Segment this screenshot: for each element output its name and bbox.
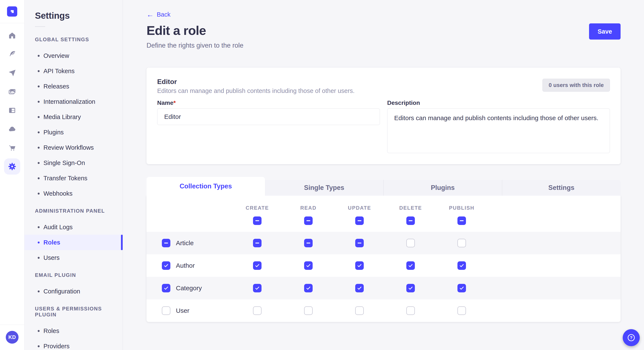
sidebar-item-0-plugins[interactable]: Plugins (24, 125, 123, 140)
settings-gear-icon[interactable] (6, 161, 18, 173)
sidebar-item-0-webhooks[interactable]: Webhooks (24, 186, 123, 201)
permission-column-headers: CREATEREADUPDATEDELETEPUBLISH (146, 196, 620, 211)
sidebar-item-0-media-library[interactable]: Media Library (24, 109, 123, 125)
select-all-cell (385, 216, 436, 225)
permission-checkbox-author-delete[interactable] (406, 261, 415, 270)
select-all-checkbox-delete[interactable] (406, 216, 415, 225)
permissions-panel: CREATEREADUPDATEDELETEPUBLISH ArticleAut… (146, 196, 620, 322)
permission-row-head: Article (146, 239, 232, 247)
sidebar-section-email-plugin: EMAIL PLUGINConfiguration (24, 272, 123, 299)
permission-checkbox-article-update[interactable] (355, 239, 364, 247)
shopping-cart-icon[interactable] (6, 142, 18, 154)
check-icon (254, 285, 260, 291)
tab-collection-types[interactable]: Collection Types (146, 177, 265, 196)
select-all-checkbox-read[interactable] (304, 216, 313, 225)
description-field-group: Description Editors can manage and publi… (387, 100, 610, 154)
sidebar-title: Settings (35, 11, 123, 21)
permission-checkbox-category-read[interactable] (304, 284, 313, 292)
rail-bottom: KD (0, 325, 24, 350)
permission-cell (283, 239, 334, 247)
tab-plugins[interactable]: Plugins (383, 180, 502, 196)
tab-settings[interactable]: Settings (502, 180, 620, 196)
permission-checkbox-category-create[interactable] (253, 284, 262, 292)
sidebar-item-0-review-workflows[interactable]: Review Workflows (24, 140, 123, 155)
permission-checkbox-article-delete[interactable] (406, 239, 415, 247)
permission-checkbox-author-update[interactable] (355, 261, 364, 270)
permission-checkbox-category-delete[interactable] (406, 284, 415, 292)
row-checkbox-user[interactable] (162, 306, 170, 315)
bullet-icon (38, 116, 40, 118)
bullet-icon (38, 242, 40, 243)
home-icon[interactable] (6, 29, 18, 41)
permission-checkbox-article-create[interactable] (253, 239, 262, 247)
permission-row-head: Author (146, 261, 232, 270)
help-button[interactable]: ? (623, 329, 640, 346)
sidebar-item-label: Transfer Tokens (44, 175, 87, 182)
permission-cell (334, 239, 385, 247)
sidebar-item-3-roles[interactable]: Roles (24, 323, 123, 339)
select-all-checkbox-update[interactable] (355, 216, 364, 225)
back-label: Back (157, 11, 170, 18)
sidebar-item-0-overview[interactable]: Overview (24, 48, 123, 63)
sidebar-item-1-roles[interactable]: Roles (24, 235, 123, 250)
sidebar-item-0-releases[interactable]: Releases (24, 79, 123, 94)
bullet-icon (38, 291, 40, 292)
avatar[interactable]: KD (6, 331, 18, 344)
indeterminate-dash-icon (460, 220, 464, 221)
back-link[interactable]: ← Back (146, 11, 170, 18)
permission-cell (385, 261, 436, 270)
feather-icon[interactable] (6, 48, 18, 60)
media-pictures-icon[interactable] (6, 86, 18, 98)
permission-cell (436, 306, 487, 315)
rail-icons (6, 29, 18, 173)
sidebar-item-0-single-sign-on[interactable]: Single Sign-On (24, 155, 123, 171)
sidebar-item-0-api-tokens[interactable]: API Tokens (24, 63, 123, 79)
strapi-logo[interactable] (7, 6, 17, 16)
tab-label: Settings (548, 184, 574, 191)
cloud-icon[interactable] (6, 123, 18, 135)
permission-checkbox-author-publish[interactable] (458, 261, 466, 270)
main-content: ← Back Edit a role Save Define the right… (123, 0, 644, 350)
permission-row-user: User (146, 299, 620, 322)
tab-single-types[interactable]: Single Types (265, 180, 383, 196)
paper-plane-icon[interactable] (6, 67, 18, 79)
permission-checkbox-author-create[interactable] (253, 261, 262, 270)
select-all-cell (283, 216, 334, 225)
permission-checkbox-author-read[interactable] (304, 261, 313, 270)
permission-checkbox-article-read[interactable] (304, 239, 313, 247)
save-button[interactable]: Save (589, 23, 620, 39)
select-all-cell (436, 216, 487, 225)
permission-cell (385, 284, 436, 292)
layout-builder-icon[interactable] (6, 104, 18, 116)
row-checkbox-category[interactable] (162, 284, 170, 292)
sidebar-section-users-permissions-plugin: USERS & PERMISSIONS PLUGINRolesProviders (24, 306, 123, 350)
permission-checkbox-user-read[interactable] (304, 306, 313, 315)
permission-checkbox-category-update[interactable] (355, 284, 364, 292)
permission-row-label: Category (176, 285, 202, 292)
row-checkbox-author[interactable] (162, 261, 170, 270)
permission-checkbox-user-publish[interactable] (458, 306, 466, 315)
sidebar-item-1-users[interactable]: Users (24, 250, 123, 265)
row-checkbox-article[interactable] (162, 239, 170, 247)
sidebar-item-2-configuration[interactable]: Configuration (24, 284, 123, 299)
sidebar-sections: GLOBAL SETTINGSOverviewAPI TokensRelease… (24, 37, 123, 350)
page-title: Edit a role (146, 23, 206, 38)
sidebar-section-header: ADMINISTRATION PANEL (35, 208, 123, 214)
description-textarea[interactable]: Editors can manage and publish contents … (387, 108, 610, 153)
sidebar-item-3-providers[interactable]: Providers (24, 339, 123, 350)
select-all-checkbox-publish[interactable] (458, 216, 466, 225)
indeterminate-dash-icon (409, 220, 412, 221)
bullet-icon (38, 55, 40, 57)
permission-checkbox-user-delete[interactable] (406, 306, 415, 315)
name-input[interactable] (157, 108, 380, 125)
sidebar-item-0-transfer-tokens[interactable]: Transfer Tokens (24, 171, 123, 186)
sidebar-item-1-audit-logs[interactable]: Audit Logs (24, 219, 123, 235)
sidebar-item-0-internationalization[interactable]: Internationalization (24, 94, 123, 109)
sidebar-item-label: Configuration (44, 288, 80, 295)
permission-checkbox-user-update[interactable] (355, 306, 364, 315)
permission-checkbox-article-publish[interactable] (458, 239, 466, 247)
select-all-checkbox-create[interactable] (253, 216, 262, 225)
permission-row-label: Author (176, 262, 195, 269)
permission-checkbox-category-publish[interactable] (458, 284, 466, 292)
permission-checkbox-user-create[interactable] (253, 306, 262, 315)
